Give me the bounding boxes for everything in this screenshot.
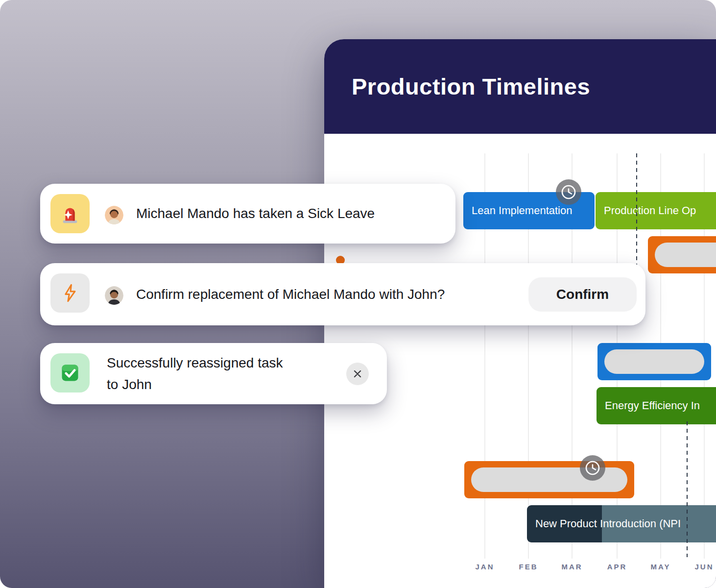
panel-header: Production Timelines [324,39,716,134]
toast-sick-leave: Michael Mando has taken a Sick Leave [40,184,455,244]
gantt-bar-production-line-optimization[interactable]: Production Line Op [596,192,716,229]
axis-label-mar: MAR [561,563,582,571]
close-icon[interactable] [346,363,369,385]
toast-reassign-success: Successfully reassigned task to John [40,343,387,404]
lightning-icon [50,273,90,313]
toast-message-line1: Successfully reassigned task [107,352,283,374]
gantt-bar-label: Production Line Op [596,202,696,220]
toast-confirm-replacement: Confirm replacement of Michael Mando wit… [40,263,645,325]
clock-icon [580,455,605,481]
gantt-bar-energy-efficiency[interactable]: Energy Efficiency In [597,387,716,424]
siren-icon [50,194,90,233]
marketing-canvas: Production Timelines Lean Implementation… [0,0,716,588]
dashed-marker-line-lower [687,421,688,557]
gantt-bar-unlabeled-orange-bottom[interactable] [464,461,634,498]
toast-message: Michael Mando has taken a Sick Leave [136,184,375,244]
toast-message: Confirm replacement of Michael Mando wit… [136,263,445,325]
gantt-bar-new-product-introduction[interactable]: New Product Introduction (NPI [527,505,716,542]
gantt-bar-unlabeled-orange-top[interactable] [648,236,716,273]
axis-label-jan: JAN [475,563,494,571]
check-mark-icon [50,353,90,392]
axis-label-apr: APR [607,563,627,571]
gantt-bar-label: Energy Efficiency In [597,397,700,415]
axis-label-may: MAY [651,563,671,571]
avatar-michael-mando [105,206,123,224]
toast-message: Successfully reassigned task to John [107,343,283,404]
avatar-john [105,286,123,305]
axis-label-feb: FEB [519,563,538,571]
placeholder-pill [655,243,716,267]
clock-icon [556,179,581,205]
gantt-bar-label: New Product Introduction (NPI [527,515,681,533]
placeholder-pill [604,349,704,374]
gantt-bar-unlabeled-blue[interactable] [597,343,711,380]
confirm-button[interactable]: Confirm [528,277,637,312]
page-title: Production Timelines [352,73,590,100]
axis-label-jun: JUN [694,563,714,571]
toast-message-line2: to John [107,374,283,395]
